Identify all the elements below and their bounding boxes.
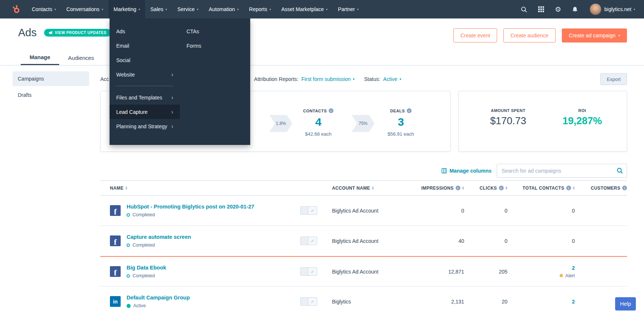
tab-audiences[interactable]: Audiences bbox=[59, 50, 103, 65]
table-row: in Default Campaign Group Active ✓ Bigly… bbox=[100, 286, 627, 312]
account-menu[interactable]: biglytics.net ▾ bbox=[604, 6, 635, 12]
column-header-total-contacts[interactable]: TOTAL CONTACTSi▲▼ bbox=[507, 186, 575, 191]
nav-item-contacts[interactable]: Contacts▾ bbox=[27, 0, 61, 18]
settings-gear-icon[interactable]: ⚙ bbox=[554, 5, 563, 14]
campaign-search bbox=[497, 164, 627, 178]
search-input[interactable] bbox=[497, 164, 627, 178]
hubspot-logo[interactable] bbox=[11, 4, 21, 14]
tab-manage[interactable]: Manage bbox=[21, 50, 59, 65]
status-label: Completed bbox=[133, 273, 155, 278]
create-audience-button[interactable]: Create audience bbox=[503, 28, 556, 43]
campaign-toggle[interactable]: ✓ bbox=[300, 237, 317, 245]
nav-item-sales[interactable]: Sales▾ bbox=[145, 0, 172, 18]
name-cell: in Default Campaign Group Active bbox=[100, 295, 300, 308]
column-label: IMPRESSIONS bbox=[421, 186, 453, 191]
campaign-name-link[interactable]: HubSpot - Promoting Biglytics post on 20… bbox=[127, 204, 254, 210]
nav-label: Sales bbox=[150, 6, 163, 12]
menu-label: CTAs bbox=[187, 28, 199, 34]
column-header-account-name[interactable]: ACCOUNT NAME▲▼ bbox=[326, 186, 411, 191]
account-filter-truncated[interactable]: Acc bbox=[100, 76, 109, 82]
menu-item-social[interactable]: Social bbox=[110, 53, 180, 67]
submenu-item-forms[interactable]: Forms bbox=[180, 38, 250, 53]
alert-dot-icon bbox=[560, 274, 563, 277]
create-ad-campaign-button[interactable]: Create ad campaign▾ bbox=[562, 28, 627, 43]
menu-item-website[interactable]: Website› bbox=[110, 67, 180, 82]
avatar[interactable] bbox=[590, 3, 601, 15]
menu-item-email[interactable]: Email bbox=[110, 38, 180, 53]
marketplace-grid-icon[interactable] bbox=[537, 5, 546, 14]
nav-label: Conversations bbox=[66, 6, 100, 12]
name-cell: f Big Data Ebook Completed bbox=[100, 265, 300, 278]
chevron-down-icon: ▾ bbox=[102, 8, 103, 11]
manage-columns-button[interactable]: Manage columns bbox=[442, 168, 492, 174]
column-header-name[interactable]: NAME▲▼ bbox=[100, 186, 300, 191]
nav-item-partner[interactable]: Partner▾ bbox=[333, 0, 364, 18]
menu-item-ads[interactable]: Ads bbox=[110, 24, 180, 38]
column-header-customers[interactable]: CUSTOMERSi bbox=[575, 186, 627, 191]
campaign-name-link[interactable]: Capture automate screen bbox=[127, 234, 191, 240]
info-icon[interactable]: i bbox=[499, 186, 504, 190]
nav-item-asset-marketplace[interactable]: Asset Marketplace▾ bbox=[276, 0, 333, 18]
info-icon[interactable]: i bbox=[329, 108, 333, 113]
sidebar-item-campaigns[interactable]: Campaigns bbox=[13, 71, 89, 86]
status-filter: Status: Active▾ bbox=[364, 76, 401, 82]
total-contacts-cell: 2 Alert bbox=[507, 265, 575, 278]
column-header-clicks[interactable]: CLICKSi▲▼ bbox=[464, 186, 507, 191]
account-name-cell: Biglytics bbox=[326, 299, 411, 305]
page-header: Ads VIEW PRODUCT UPDATES bbox=[18, 27, 111, 39]
impressions-cell: 12,871 bbox=[411, 269, 464, 275]
linkedin-icon: in bbox=[110, 296, 121, 307]
contacts-value: 4 bbox=[289, 116, 348, 128]
help-button[interactable]: Help bbox=[615, 297, 636, 311]
view-product-updates-badge[interactable]: VIEW PRODUCT UPDATES bbox=[44, 29, 111, 37]
nav-item-conversations[interactable]: Conversations▾ bbox=[61, 0, 108, 18]
check-icon: ✓ bbox=[308, 206, 317, 215]
completed-status-icon bbox=[127, 244, 130, 247]
table-row: f Capture automate screen Completed ✓ Bi… bbox=[100, 226, 627, 256]
campaign-name-link[interactable]: Big Data Ebook bbox=[127, 265, 166, 271]
notifications-bell-icon[interactable] bbox=[571, 5, 580, 14]
contacts-count-link[interactable]: 2 bbox=[572, 265, 575, 271]
submenu-item-ctas[interactable]: CTAs bbox=[180, 24, 250, 38]
nav-label: Reports bbox=[249, 6, 267, 12]
info-icon[interactable]: i bbox=[622, 186, 627, 190]
chevron-down-icon: ▾ bbox=[399, 77, 401, 81]
chevron-down-icon: ▾ bbox=[269, 8, 271, 11]
info-icon[interactable]: i bbox=[456, 186, 460, 190]
alert-label: Alert bbox=[565, 273, 575, 278]
lead-capture-submenu: CTAs Forms bbox=[180, 18, 250, 145]
campaign-name-link[interactable]: Default Campaign Group bbox=[127, 295, 190, 301]
nav-item-marketing[interactable]: Marketing▾ bbox=[108, 0, 145, 18]
campaign-toggle[interactable]: ✓ bbox=[300, 267, 317, 276]
hubspot-ads-screen: Contacts▾ Conversations▾ Marketing▾ Sale… bbox=[0, 0, 644, 312]
search-icon[interactable] bbox=[617, 167, 623, 175]
info-icon[interactable]: i bbox=[566, 186, 571, 190]
campaign-toggle[interactable]: ✓ bbox=[300, 297, 317, 306]
status-dropdown[interactable]: Active▾ bbox=[383, 76, 401, 82]
info-icon[interactable]: i bbox=[407, 108, 412, 113]
nav-label: Service bbox=[177, 6, 195, 12]
header-divider bbox=[0, 65, 644, 65]
export-button[interactable]: Export bbox=[600, 73, 627, 85]
facebook-icon: f bbox=[110, 266, 121, 277]
account-name-cell: Biglytics Ad Account bbox=[326, 208, 411, 214]
nav-item-service[interactable]: Service▾ bbox=[172, 0, 204, 18]
create-event-button[interactable]: Create event bbox=[453, 28, 497, 43]
campaign-toggle[interactable]: ✓ bbox=[300, 206, 317, 215]
sidebar-item-drafts[interactable]: Drafts bbox=[13, 88, 89, 102]
menu-item-files-and-templates[interactable]: Files and Templates› bbox=[110, 90, 180, 105]
status-line: Completed bbox=[127, 243, 191, 248]
menu-label: Email bbox=[116, 43, 129, 49]
nav-item-automation[interactable]: Automation▾ bbox=[204, 0, 244, 18]
search-icon[interactable] bbox=[520, 5, 529, 14]
account-name-cell: Biglytics Ad Account bbox=[326, 238, 411, 244]
contacts-count-link[interactable]: 2 bbox=[572, 299, 575, 305]
deals-value: 3 bbox=[371, 116, 430, 128]
column-header-impressions[interactable]: IMPRESSIONSi▲▼ bbox=[411, 186, 464, 191]
menu-item-lead-capture[interactable]: Lead Capture› bbox=[110, 105, 180, 119]
attribution-label: Attribution Reports: bbox=[254, 76, 298, 82]
nav-item-reports[interactable]: Reports▾ bbox=[244, 0, 276, 18]
attribution-dropdown[interactable]: First form submission▾ bbox=[301, 76, 355, 82]
menu-item-planning-and-strategy[interactable]: Planning and Strategy› bbox=[110, 119, 180, 133]
contacts-metric: CONTACTSi 4 $42.68 each bbox=[289, 108, 348, 137]
